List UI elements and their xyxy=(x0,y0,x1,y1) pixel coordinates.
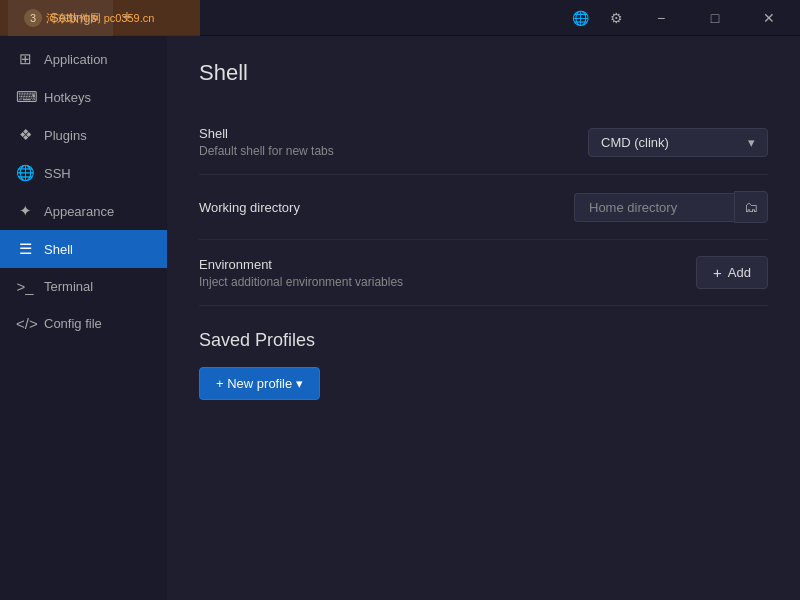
page-title: Shell xyxy=(199,60,768,86)
environment-label: Environment xyxy=(199,257,403,272)
sidebar-item-ssh[interactable]: 🌐 SSH xyxy=(0,154,167,192)
shell-setting-label: Shell xyxy=(199,126,334,141)
shell-dropdown[interactable]: CMD (clink) ▾ xyxy=(588,128,768,157)
sidebar-item-label: Application xyxy=(44,52,108,67)
sidebar-item-shell[interactable]: ☰ Shell xyxy=(0,230,167,268)
sidebar-item-label: Shell xyxy=(44,242,73,257)
sidebar-item-appearance[interactable]: ✦ Appearance xyxy=(0,192,167,230)
titlebar: 3 Settings + 🌐 ⚙ − □ ✕ xyxy=(0,0,800,36)
add-tab-button[interactable]: + xyxy=(113,4,141,32)
new-profile-label: + New profile ▾ xyxy=(216,376,303,391)
config-icon: </> xyxy=(16,315,34,332)
add-label: Add xyxy=(728,265,751,280)
plugins-icon: ❖ xyxy=(16,126,34,144)
appearance-icon: ✦ xyxy=(16,202,34,220)
gear-icon[interactable]: ⚙ xyxy=(602,4,630,32)
shell-setting-desc: Default shell for new tabs xyxy=(199,144,334,158)
maximize-button[interactable]: □ xyxy=(692,0,738,36)
minimize-button[interactable]: − xyxy=(638,0,684,36)
shell-setting-info: Shell Default shell for new tabs xyxy=(199,126,334,158)
terminal-icon: >_ xyxy=(16,278,34,295)
sidebar-item-label: SSH xyxy=(44,166,71,181)
hotkeys-icon: ⌨ xyxy=(16,88,34,106)
tab-number: 3 xyxy=(24,9,42,27)
saved-profiles-title: Saved Profiles xyxy=(199,330,768,351)
shell-setting-row: Shell Default shell for new tabs CMD (cl… xyxy=(199,110,768,175)
application-icon: ⊞ xyxy=(16,50,34,68)
tab-label: Settings xyxy=(50,10,97,25)
add-environment-button[interactable]: + Add xyxy=(696,256,768,289)
sidebar-item-application[interactable]: ⊞ Application xyxy=(0,40,167,78)
main-layout: ⊞ Application ⌨ Hotkeys ❖ Plugins 🌐 SSH … xyxy=(0,36,800,600)
sidebar-item-label: Hotkeys xyxy=(44,90,91,105)
sidebar-item-label: Config file xyxy=(44,316,102,331)
new-profile-button[interactable]: + New profile ▾ xyxy=(199,367,320,400)
sidebar-item-label: Plugins xyxy=(44,128,87,143)
sidebar-item-hotkeys[interactable]: ⌨ Hotkeys xyxy=(0,78,167,116)
shell-dropdown-value: CMD (clink) xyxy=(601,135,669,150)
shell-icon: ☰ xyxy=(16,240,34,258)
sidebar: ⊞ Application ⌨ Hotkeys ❖ Plugins 🌐 SSH … xyxy=(0,36,167,600)
dir-browse-button[interactable]: 🗂 xyxy=(734,191,768,223)
environment-info: Environment Inject additional environmen… xyxy=(199,257,403,289)
working-dir-info: Working directory xyxy=(199,200,300,215)
sidebar-item-plugins[interactable]: ❖ Plugins xyxy=(0,116,167,154)
titlebar-actions: 🌐 ⚙ − □ ✕ xyxy=(566,0,792,36)
globe-icon[interactable]: 🌐 xyxy=(566,4,594,32)
settings-tab[interactable]: 3 Settings xyxy=(8,0,113,36)
ssh-icon: 🌐 xyxy=(16,164,34,182)
dir-input[interactable]: Home directory xyxy=(574,193,734,222)
dir-control: Home directory 🗂 xyxy=(574,191,768,223)
sidebar-item-config[interactable]: </> Config file xyxy=(0,305,167,342)
titlebar-tabs: 3 Settings + xyxy=(8,0,566,36)
working-dir-row: Working directory Home directory 🗂 xyxy=(199,175,768,240)
content-area: Shell Shell Default shell for new tabs C… xyxy=(167,36,800,600)
dropdown-arrow-icon: ▾ xyxy=(748,135,755,150)
plus-icon: + xyxy=(713,264,722,281)
working-dir-label: Working directory xyxy=(199,200,300,215)
environment-row: Environment Inject additional environmen… xyxy=(199,240,768,306)
sidebar-item-terminal[interactable]: >_ Terminal xyxy=(0,268,167,305)
close-button[interactable]: ✕ xyxy=(746,0,792,36)
sidebar-item-label: Appearance xyxy=(44,204,114,219)
sidebar-item-label: Terminal xyxy=(44,279,93,294)
environment-desc: Inject additional environment variables xyxy=(199,275,403,289)
